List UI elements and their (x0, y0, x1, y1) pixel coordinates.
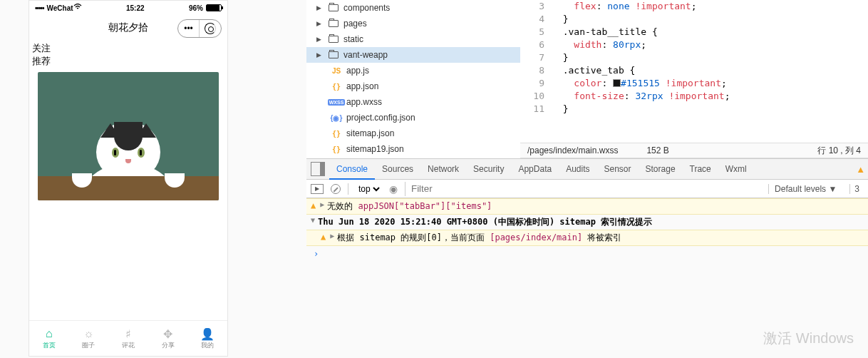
toggle-sidebar-icon[interactable]: ▶ (311, 184, 324, 194)
battery-icon (206, 4, 222, 11)
file-tree: ▶components ▶pages ▶static ▶vant-weapp J… (306, 0, 520, 158)
tab-recommend[interactable]: 推荐 (32, 55, 227, 68)
tab-sensor[interactable]: Sensor (597, 159, 639, 179)
editor-content[interactable]: flex: none !important; } .van-tab__title… (552, 0, 730, 143)
tree-file-sitemap[interactable]: sitemap.json (306, 126, 520, 141)
nav-share[interactable]: ✥分享 (148, 321, 188, 356)
console-filter-input[interactable] (405, 182, 761, 196)
js-icon: JS (329, 67, 343, 75)
status-filesize: 152 B (646, 145, 668, 155)
wxss-icon: WXSS (328, 99, 346, 106)
phone-simulator: WeChat 15:22 96% 朝花夕拾 ••• 关注 推荐 (29, 0, 228, 357)
user-icon: 👤 (200, 327, 215, 341)
tab-console[interactable]: Console (329, 160, 375, 180)
json-icon (329, 83, 343, 91)
warning-icon: ▲ (311, 200, 316, 210)
tree-folder-pages[interactable]: ▶pages (306, 16, 520, 31)
warning-count-icon[interactable]: ▲ (856, 164, 865, 175)
console-group-row[interactable]: ▼ Thu Jun 18 2020 15:21:40 GMT+0800 (中国标… (306, 215, 868, 230)
json-icon (329, 130, 343, 138)
tab-security[interactable]: Security (466, 159, 511, 179)
context-select[interactable]: top (356, 183, 382, 195)
windows-activation-watermark: 激活 Windows (763, 329, 854, 348)
console-warning-row[interactable]: ▲ ▶ 根据 sitemap 的规则[0]，当前页面 [pages/index/… (306, 230, 868, 246)
hash-icon: ♯ (121, 327, 135, 341)
tree-folder-vant-weapp[interactable]: ▶vant-weapp (306, 47, 520, 63)
console-output: ▲ ▶ 无效的 appJSON["tabBar"]["items"] ▼ Thu… (306, 198, 868, 262)
expand-icon[interactable]: ▶ (320, 200, 324, 208)
home-icon: ⌂ (42, 327, 56, 341)
status-cursor-pos: 行 10 , 列 4 (817, 145, 861, 157)
wifi-icon (73, 4, 82, 12)
console-prompt[interactable]: › (306, 246, 868, 262)
config-icon: {◉} (329, 114, 343, 122)
tree-folder-components[interactable]: ▶components (306, 0, 520, 16)
puzzle-icon: ✥ (161, 327, 175, 341)
phone-status-bar: WeChat 15:22 96% (29, 1, 227, 15)
page-title: 朝花夕拾 (108, 21, 148, 34)
tree-file-app-wxss[interactable]: WXSSapp.wxss (306, 94, 520, 110)
capsule-menu-icon[interactable]: ••• (178, 20, 200, 37)
tab-network[interactable]: Network (420, 159, 466, 179)
battery-pct: 96% (189, 4, 203, 12)
dock-side-icon[interactable] (311, 162, 325, 176)
console-warning-row[interactable]: ▲ ▶ 无效的 appJSON["tabBar"]["items"] (306, 198, 868, 215)
carrier-label: WeChat (35, 4, 73, 12)
phone-time: 15:22 (82, 4, 189, 12)
devtools-tabbar: Console Sources Network Security AppData… (306, 158, 868, 180)
tree-file-sitemap19[interactable]: sitemap19.json (306, 141, 520, 157)
log-levels-select[interactable]: Default levels ▼ (768, 184, 842, 194)
tree-file-project-config[interactable]: {◉}project.config.json (306, 110, 520, 126)
phone-titlebar: 朝花夕拾 ••• (29, 15, 227, 41)
clear-console-icon[interactable] (331, 184, 341, 194)
tab-audits[interactable]: Audits (559, 159, 596, 179)
warning-icon: ▲ (321, 232, 326, 242)
tab-follow[interactable]: 关注 (32, 42, 227, 55)
json-icon (329, 145, 343, 153)
code-editor[interactable]: 345 678 91011 flex: none !important; } .… (520, 0, 868, 143)
content-tabs: 关注 推荐 (29, 41, 227, 69)
gear-icon: ☼ (81, 327, 95, 341)
console-toolbar: ▶ top ◉ Default levels ▼ 3 (306, 180, 868, 198)
hidden-count: 3 (849, 184, 864, 194)
nav-circle[interactable]: ☼圈子 (69, 321, 109, 356)
tab-sources[interactable]: Sources (375, 159, 420, 179)
capsule-buttons[interactable]: ••• (177, 19, 222, 38)
expand-icon[interactable]: ▶ (330, 232, 334, 240)
collapse-icon[interactable]: ▼ (311, 216, 315, 224)
editor-gutter: 345 678 91011 (520, 0, 552, 143)
live-expression-icon[interactable]: ◉ (389, 183, 398, 195)
nav-mine[interactable]: 👤我的 (187, 321, 227, 356)
editor-status-bar: /pages/index/main.wxss 152 B 行 10 , 列 4 (520, 143, 868, 158)
tab-storage[interactable]: Storage (639, 159, 683, 179)
nav-home[interactable]: ⌂首页 (29, 321, 69, 356)
tree-file-app-json[interactable]: app.json (306, 78, 520, 94)
tree-folder-static[interactable]: ▶static (306, 31, 520, 47)
status-filepath: /pages/index/main.wxss (527, 145, 618, 155)
phone-tabbar: ⌂首页 ☼圈子 ♯评花 ✥分享 👤我的 (29, 320, 227, 356)
tree-file-app-js[interactable]: JSapp.js (306, 63, 520, 78)
nav-flower[interactable]: ♯评花 (108, 321, 148, 356)
color-swatch-icon (613, 79, 621, 87)
feed-image-cat[interactable] (38, 72, 219, 200)
tab-trace[interactable]: Trace (683, 159, 718, 179)
tab-appdata[interactable]: AppData (511, 159, 559, 179)
tab-wxml[interactable]: Wxml (718, 159, 754, 179)
capsule-close-icon[interactable] (200, 20, 221, 37)
